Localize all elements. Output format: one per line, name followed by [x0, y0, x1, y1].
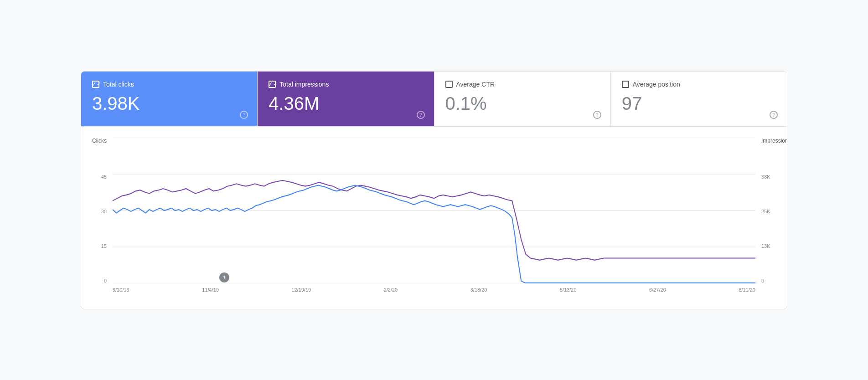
y-left-45: 45: [101, 174, 107, 180]
y-left-0: 0: [104, 278, 107, 283]
metric-label-total-impressions: ✓ Total impressions: [269, 81, 423, 88]
y-left-30: 30: [101, 209, 107, 214]
y-right-0: 0: [761, 278, 764, 283]
y-right-13k: 13K: [761, 243, 770, 249]
chart-svg: [113, 138, 755, 283]
metric-title-total-impressions: Total impressions: [279, 81, 329, 88]
clicks-line: [113, 185, 755, 282]
x-tick-6: 5/13/20: [560, 287, 577, 293]
x-tick-5: 3/18/20: [470, 287, 487, 293]
impressions-line: [113, 180, 755, 260]
metric-title-average-ctr: Average CTR: [456, 81, 495, 88]
metric-label-average-position: Average position: [622, 81, 776, 88]
x-tick-4: 2/2/20: [384, 287, 398, 293]
metric-card-average-position[interactable]: Average position 97 ?: [611, 72, 787, 126]
y-right-25k: 25K: [761, 209, 770, 214]
annotation-circle-1[interactable]: 1: [219, 272, 229, 282]
chart-area: Clicks 45 30 15 0 Impressions 38K 25K 13…: [81, 127, 787, 309]
y-left-15: 15: [101, 243, 107, 249]
metric-label-average-ctr: Average CTR: [445, 81, 599, 88]
metric-card-total-impressions[interactable]: ✓ Total impressions 4.36M ?: [258, 72, 434, 126]
checkbox-total-impressions[interactable]: ✓: [269, 81, 276, 88]
x-tick-8: 8/11/20: [739, 287, 755, 293]
x-axis: 9/20/19 11/4/19 12/19/19 2/2/20 3/18/20 …: [113, 283, 755, 302]
help-icon-total-impressions[interactable]: ?: [417, 111, 425, 119]
dashboard-container: ✓ Total clicks 3.98K ? ✓ Total impressio…: [81, 71, 787, 309]
help-icon-average-ctr[interactable]: ?: [593, 111, 601, 119]
x-tick-3: 12/19/19: [291, 287, 311, 293]
metric-cards: ✓ Total clicks 3.98K ? ✓ Total impressio…: [81, 72, 787, 127]
chart-wrapper: Clicks 45 30 15 0 Impressions 38K 25K 13…: [92, 138, 776, 302]
y-axis-left: Clicks 45 30 15 0: [92, 138, 110, 283]
annotation-label: 1: [223, 275, 226, 280]
metric-value-average-position: 97: [622, 93, 776, 113]
checkbox-average-ctr[interactable]: [445, 81, 453, 88]
chart-svg-container: [113, 138, 755, 283]
metric-value-total-clicks: 3.98K: [92, 93, 246, 113]
help-icon-total-clicks[interactable]: ?: [240, 111, 248, 119]
metric-card-average-ctr[interactable]: Average CTR 0.1% ?: [434, 72, 611, 126]
metric-label-total-clicks: ✓ Total clicks: [92, 81, 246, 88]
metric-title-total-clicks: Total clicks: [103, 81, 134, 88]
metric-value-average-ctr: 0.1%: [445, 93, 599, 113]
y-right-38k: 38K: [761, 174, 770, 180]
metric-title-average-position: Average position: [633, 81, 680, 88]
x-tick-1: 9/20/19: [113, 287, 129, 293]
checkbox-average-position[interactable]: [622, 81, 629, 88]
metric-card-total-clicks[interactable]: ✓ Total clicks 3.98K ?: [81, 72, 258, 126]
y-axis-right: Impressions 38K 25K 13K 0: [758, 138, 776, 283]
y-right-label: Impressions: [761, 138, 787, 144]
y-left-label: Clicks: [92, 138, 107, 144]
help-icon-average-position[interactable]: ?: [770, 111, 778, 119]
x-tick-2: 11/4/19: [202, 287, 219, 293]
x-tick-7: 6/27/20: [649, 287, 666, 293]
checkbox-total-clicks[interactable]: ✓: [92, 81, 99, 88]
metric-value-total-impressions: 4.36M: [269, 93, 423, 113]
